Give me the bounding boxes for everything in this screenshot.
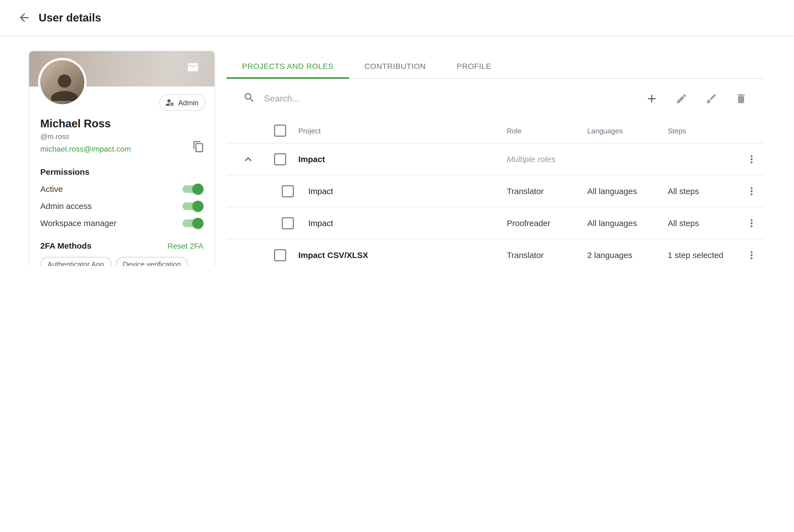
column-steps: Steps xyxy=(668,127,740,135)
row-checkbox[interactable] xyxy=(274,153,286,165)
tab-bar: PROJECTS AND ROLES CONTRIBUTION PROFILE xyxy=(227,54,763,79)
page: User details Admin Michael Ross @m.ross xyxy=(0,0,794,266)
row-checkbox[interactable] xyxy=(282,185,294,197)
tab-projects-and-roles[interactable]: PROJECTS AND ROLES xyxy=(227,54,349,79)
steps-value: All steps xyxy=(668,186,740,196)
row-checkbox[interactable] xyxy=(274,249,286,261)
reset-2fa-link[interactable]: Reset 2FA xyxy=(167,242,204,250)
user-name: Michael Ross xyxy=(40,117,204,130)
column-role: Role xyxy=(507,127,587,135)
copy-icon[interactable] xyxy=(192,140,205,155)
search-input[interactable] xyxy=(263,93,645,104)
admin-badge: Admin xyxy=(159,94,206,111)
workspace-manager-toggle[interactable] xyxy=(183,219,202,227)
select-all-checkbox[interactable] xyxy=(274,125,286,137)
table-row: Impact CSV/XLSX Translator 2 languages 1… xyxy=(227,239,763,266)
collapse-chevron-icon[interactable] xyxy=(242,152,255,166)
column-project: Project xyxy=(298,127,507,135)
row-checkbox[interactable] xyxy=(282,217,294,229)
table-header: Project Role Languages Steps xyxy=(227,118,763,143)
toggle-label: Workspace manager xyxy=(40,218,116,228)
user-handle: @m.ross xyxy=(40,132,204,140)
steps-value: All steps xyxy=(668,218,740,228)
add-icon[interactable] xyxy=(645,92,658,105)
role-value: Translator xyxy=(507,250,587,260)
project-name: Impact CSV/XLSX xyxy=(298,250,507,260)
delete-icon[interactable] xyxy=(734,92,748,105)
toggle-row-admin-access: Admin access xyxy=(40,201,204,211)
main-content: PROJECTS AND ROLES CONTRIBUTION PROFILE xyxy=(227,54,763,266)
manage-accounts-icon xyxy=(165,98,175,108)
project-name: Impact xyxy=(298,218,507,228)
role-value: Translator xyxy=(507,186,587,196)
column-languages: Languages xyxy=(587,127,668,135)
active-toggle[interactable] xyxy=(183,185,202,193)
page-title: User details xyxy=(39,11,101,24)
admin-access-toggle[interactable] xyxy=(183,202,202,210)
back-button[interactable] xyxy=(16,9,33,26)
toggle-row-active: Active xyxy=(40,184,204,193)
more-options-icon[interactable] xyxy=(745,185,758,198)
languages-value: 2 languages xyxy=(587,250,668,260)
profile-card: Admin Michael Ross @m.ross michael.ross@… xyxy=(29,51,215,266)
edit-icon[interactable] xyxy=(675,92,688,105)
tab-contribution[interactable]: CONTRIBUTION xyxy=(349,54,441,79)
brush-icon[interactable] xyxy=(705,92,718,105)
more-options-icon[interactable] xyxy=(745,216,758,230)
topbar: User details xyxy=(0,0,794,36)
avatar xyxy=(38,58,87,107)
languages-value: All languages xyxy=(587,218,668,228)
table-row-group: Impact Multiple roles xyxy=(227,143,763,175)
role-value: Proofreader xyxy=(507,218,587,228)
role-value: Multiple roles xyxy=(507,154,587,164)
more-options-icon[interactable] xyxy=(745,248,758,262)
toggle-label: Admin access xyxy=(40,201,92,211)
permissions-title: Permissions xyxy=(40,167,89,176)
languages-value: All languages xyxy=(587,186,668,196)
user-email[interactable]: michael.ross@impact.com xyxy=(40,145,131,153)
admin-badge-label: Admin xyxy=(178,98,198,107)
twofa-chip: Authenticator App xyxy=(40,257,111,266)
table-row-child: Impact Translator All languages All step… xyxy=(227,175,763,207)
project-name: Impact xyxy=(298,186,507,196)
search-toolbar xyxy=(227,79,763,118)
search-icon xyxy=(243,92,255,106)
mail-icon[interactable] xyxy=(187,61,199,76)
toggle-label: Active xyxy=(40,184,63,193)
twofa-title: 2FA Methods xyxy=(40,241,92,250)
project-name: Impact xyxy=(298,154,507,164)
more-options-icon[interactable] xyxy=(745,152,758,166)
arrow-left-icon xyxy=(18,11,31,24)
steps-value: 1 step selected xyxy=(668,250,740,260)
twofa-chip: Device verification xyxy=(115,257,188,266)
table-row-child: Impact Proofreader All languages All ste… xyxy=(227,207,763,239)
tab-profile[interactable]: PROFILE xyxy=(441,54,507,79)
toggle-row-workspace-manager: Workspace manager xyxy=(40,218,204,228)
